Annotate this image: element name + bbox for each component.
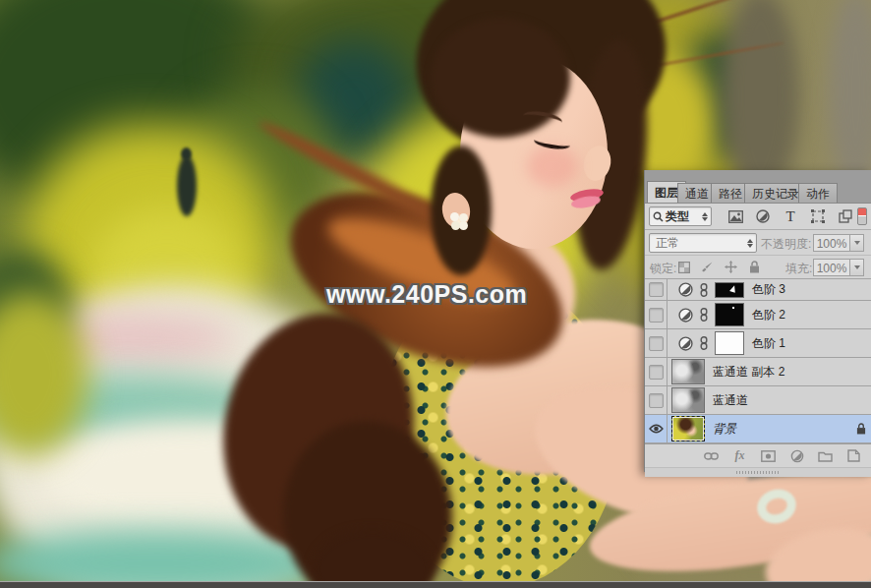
type-layer-filter-icon[interactable]: T (783, 208, 798, 224)
visibility-toggle[interactable] (645, 329, 668, 357)
lock-transparency-icon[interactable] (676, 260, 691, 274)
photo-earring (450, 212, 459, 221)
cursor-arrow (729, 284, 737, 293)
lock-row: 锁定: 填充: 100% (645, 256, 871, 279)
layer-name[interactable]: 色阶 1 (752, 335, 785, 352)
gripper-dots (736, 471, 780, 474)
link-layers-icon[interactable] (704, 448, 719, 463)
layer-filter-toggle[interactable] (857, 207, 867, 225)
adjustment-layer-filter-icon[interactable] (755, 208, 771, 224)
filter-kind-select[interactable]: 类型 (649, 206, 712, 226)
tab-actions[interactable]: 动作 (798, 183, 838, 203)
shape-layer-filter-icon[interactable] (810, 208, 826, 224)
blend-mode-value: 正常 (656, 235, 679, 252)
visibility-toggle[interactable] (645, 415, 668, 442)
layers-list: 色阶 3 色阶 2 (645, 279, 871, 443)
visibility-checkbox-empty (649, 336, 664, 351)
blend-mode-select[interactable]: 正常 (649, 233, 757, 253)
mask-link-icon[interactable] (700, 308, 708, 322)
lock-pixels-brush-icon[interactable] (700, 260, 715, 274)
lock-label: 锁定: (650, 261, 676, 277)
layer-thumbnail[interactable] (671, 416, 705, 441)
pixel-layer-filter-icon[interactable] (727, 208, 743, 224)
window-bottom-edge (0, 581, 871, 588)
opacity-label: 不透明度: (761, 236, 811, 253)
layer-name[interactable]: 蓝通道 副本 2 (713, 364, 784, 381)
visibility-checkbox-empty (649, 393, 664, 408)
fill-value[interactable]: 100% (813, 259, 850, 276)
layer-row-levels-3[interactable]: 色阶 3 (645, 279, 871, 301)
mask-paint-dot (732, 307, 734, 309)
layers-panel-footer: fx (645, 443, 871, 467)
chevron-updown-icon (747, 239, 756, 248)
add-layer-mask-icon[interactable] (761, 448, 776, 463)
locked-layer-icon (856, 423, 866, 435)
layer-row-blue-channel[interactable]: 蓝通道 (645, 386, 871, 415)
visibility-toggle[interactable] (645, 386, 668, 414)
layer-mask-thumbnail[interactable] (715, 282, 744, 298)
layer-name[interactable]: 色阶 2 (752, 307, 785, 323)
lock-position-move-icon[interactable] (724, 260, 738, 274)
chevron-updown-icon (702, 212, 711, 221)
layer-name[interactable]: 色阶 3 (752, 281, 785, 298)
blend-mode-row: 正常 不透明度: 100% (645, 230, 871, 256)
visibility-checkbox-empty (649, 308, 664, 323)
smart-object-filter-icon[interactable] (838, 208, 853, 224)
layer-mask-thumbnail[interactable] (715, 303, 744, 326)
layer-thumbnail[interactable] (671, 387, 705, 413)
eye-icon (649, 424, 664, 434)
new-group-folder-icon[interactable] (818, 448, 833, 463)
photoshop-workspace: www.240PS.com 图层 通道 路径 历史记录 动作 类型 (0, 0, 871, 588)
layer-thumbnail[interactable] (671, 359, 705, 384)
photo-cheek (527, 146, 578, 187)
watermark-text: www.240PS.com (326, 280, 543, 309)
adjustment-layer-icon (678, 336, 693, 351)
visibility-toggle[interactable] (645, 358, 668, 385)
visibility-toggle[interactable] (645, 279, 668, 300)
opacity-dropdown-arrow[interactable] (849, 234, 864, 252)
new-layer-icon[interactable] (846, 448, 861, 463)
layer-filter-row: 类型 T (645, 204, 871, 230)
visibility-checkbox-empty (649, 365, 664, 380)
layer-row-levels-2[interactable]: 色阶 2 (645, 301, 871, 329)
opacity-value[interactable]: 100% (813, 234, 850, 252)
adjustment-layer-icon (678, 282, 693, 297)
panel-tab-bar: 图层 通道 路径 历史记录 动作 (645, 170, 871, 204)
lock-all-icon[interactable] (747, 260, 762, 274)
photo-tree-trunk (829, 0, 871, 192)
layer-row-levels-1[interactable]: 色阶 1 (645, 329, 871, 358)
new-adjustment-layer-icon[interactable] (789, 448, 804, 463)
fill-label: 填充: (785, 261, 812, 277)
photo-distant-person-head (181, 147, 192, 160)
mask-link-icon[interactable] (700, 336, 708, 350)
layer-row-blue-channel-copy-2[interactable]: 蓝通道 副本 2 (645, 358, 871, 386)
layer-style-fx-icon[interactable]: fx (732, 448, 747, 463)
layer-name[interactable]: 背景 (713, 421, 736, 438)
filter-kind-label: 类型 (666, 208, 689, 225)
fill-dropdown-arrow[interactable] (849, 259, 864, 276)
mask-link-icon[interactable] (700, 283, 708, 297)
search-icon (653, 211, 664, 222)
layers-panel: 图层 通道 路径 历史记录 动作 类型 T (644, 170, 871, 472)
panel-resize-gripper[interactable] (645, 467, 871, 477)
layer-name[interactable]: 蓝通道 (713, 392, 748, 409)
visibility-checkbox-empty (649, 282, 664, 297)
visibility-toggle[interactable] (645, 301, 668, 328)
layer-mask-thumbnail[interactable] (715, 331, 744, 355)
photo-distant-person (177, 155, 197, 216)
adjustment-layer-icon (678, 308, 693, 323)
layer-row-background[interactable]: 背景 (645, 415, 871, 443)
